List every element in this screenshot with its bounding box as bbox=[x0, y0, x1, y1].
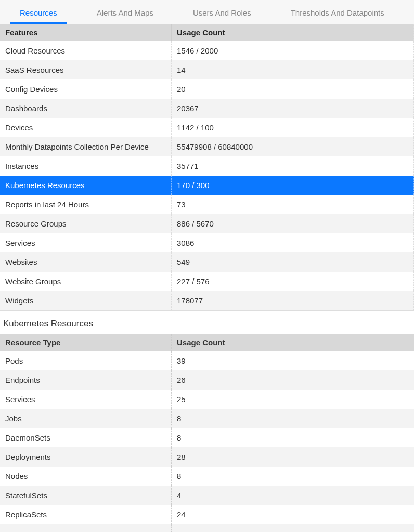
feature-label: Cloud Resources bbox=[5, 46, 65, 55]
usage-value: 39 bbox=[172, 351, 291, 370]
detail-section-title: Kubernetes Resources bbox=[0, 311, 414, 334]
feature-label: Services bbox=[0, 233, 172, 252]
resource-type-label: Endpoints bbox=[0, 370, 172, 390]
features-table-header: Features Usage Count bbox=[0, 24, 414, 41]
usage-value: 178077 bbox=[172, 291, 414, 310]
column-header-resource-type[interactable]: Resource Type bbox=[0, 334, 172, 351]
column-header-empty bbox=[291, 334, 414, 351]
feature-label: SaaS Resources bbox=[5, 65, 64, 74]
detail-row-deployments[interactable]: Deployments 28 bbox=[0, 447, 414, 467]
usage-value: 1546 / 2000 bbox=[172, 41, 414, 60]
resource-type-label: StatefulSets bbox=[0, 486, 172, 505]
row-services[interactable]: Services 3086 bbox=[0, 233, 414, 252]
resource-type-label: Jobs bbox=[0, 409, 172, 428]
column-header-usage[interactable]: Usage Count bbox=[172, 334, 291, 351]
row-dashboards[interactable]: Dashboards 20367 bbox=[0, 99, 414, 118]
feature-label: Reports in last 24 Hours bbox=[0, 195, 172, 214]
resource-type-label: Nodes bbox=[0, 467, 172, 486]
usage-value: 170 / 300 bbox=[172, 176, 414, 195]
detail-row-replicasets[interactable]: ReplicaSets 24 bbox=[0, 505, 414, 524]
usage-value: 26 bbox=[172, 370, 291, 390]
detail-row-statefulsets[interactable]: StatefulSets 4 bbox=[0, 486, 414, 505]
usage-value: 1142 / 100 bbox=[172, 118, 414, 137]
detail-row-empty bbox=[0, 524, 414, 532]
column-header-features[interactable]: Features bbox=[0, 24, 172, 41]
resource-type-label: ReplicaSets bbox=[0, 505, 172, 524]
row-resource-groups[interactable]: Resource Groups 886 / 5670 bbox=[0, 214, 414, 233]
usage-value: 4 bbox=[172, 486, 291, 505]
detail-table: Resource Type Usage Count Pods 39 Endpoi… bbox=[0, 334, 414, 532]
detail-row-pods[interactable]: Pods 39 bbox=[0, 351, 414, 370]
usage-value: 227 / 576 bbox=[172, 272, 414, 291]
detail-row-nodes[interactable]: Nodes 8 bbox=[0, 467, 414, 486]
feature-label: Websites bbox=[0, 252, 172, 272]
usage-value: 73 bbox=[172, 195, 414, 214]
usage-value: 28 bbox=[172, 447, 291, 467]
resource-type-label: Pods bbox=[0, 351, 172, 370]
usage-value: 3086 bbox=[172, 233, 414, 252]
row-reports-24h[interactable]: Reports in last 24 Hours 73 bbox=[0, 195, 414, 214]
detail-row-services[interactable]: Services 25 bbox=[0, 390, 414, 409]
detail-table-header: Resource Type Usage Count bbox=[0, 334, 414, 351]
usage-value: 8 bbox=[172, 428, 291, 447]
detail-row-endpoints[interactable]: Endpoints 26 bbox=[0, 370, 414, 390]
usage-value: 8 bbox=[172, 409, 291, 428]
row-saas-resources[interactable]: SaaS Resources 14 bbox=[0, 60, 414, 79]
row-devices[interactable]: Devices 1142 / 100 bbox=[0, 118, 414, 137]
row-kubernetes-resources[interactable]: Kubernetes Resources 170 / 300 bbox=[0, 176, 414, 195]
resource-type-label: DaemonSets bbox=[0, 428, 172, 447]
feature-label: Devices bbox=[5, 123, 33, 132]
feature-label: Widgets bbox=[0, 291, 172, 310]
feature-label: Dashboards bbox=[0, 99, 172, 118]
tab-bar: Resources Alerts And Maps Users And Role… bbox=[0, 0, 414, 24]
row-websites[interactable]: Websites 549 bbox=[0, 252, 414, 272]
feature-label: Instances bbox=[5, 162, 38, 170]
feature-label: Monthly Datapoints Collection Per Device bbox=[0, 137, 172, 156]
row-website-groups[interactable]: Website Groups 227 / 576 bbox=[0, 272, 414, 291]
usage-value: 20367 bbox=[172, 99, 414, 118]
detail-row-daemonsets[interactable]: DaemonSets 8 bbox=[0, 428, 414, 447]
usage-value: 14 bbox=[172, 60, 414, 79]
row-cloud-resources[interactable]: Cloud Resources 1546 / 2000 bbox=[0, 41, 414, 60]
features-table: Features Usage Count Cloud Resources 154… bbox=[0, 24, 414, 311]
usage-value: 549 bbox=[172, 252, 414, 272]
row-config-devices[interactable]: Config Devices 20 bbox=[0, 79, 414, 99]
feature-label: Kubernetes Resources bbox=[5, 181, 85, 190]
row-monthly-datapoints[interactable]: Monthly Datapoints Collection Per Device… bbox=[0, 137, 414, 156]
tab-alerts-and-maps[interactable]: Alerts And Maps bbox=[87, 5, 163, 24]
tab-resources[interactable]: Resources bbox=[10, 5, 67, 24]
feature-label: Resource Groups bbox=[5, 219, 67, 228]
tab-thresholds-and-datapoints[interactable]: Thresholds And Datapoints bbox=[281, 5, 394, 24]
usage-value: 24 bbox=[172, 505, 291, 524]
usage-value: 35771 bbox=[172, 156, 414, 176]
usage-value: 55479908 / 60840000 bbox=[172, 137, 414, 156]
row-instances[interactable]: Instances 35771 bbox=[0, 156, 414, 176]
feature-label: Config Devices bbox=[0, 79, 172, 99]
resource-type-label: Deployments bbox=[0, 447, 172, 467]
usage-value: 20 bbox=[172, 79, 414, 99]
row-widgets[interactable]: Widgets 178077 bbox=[0, 291, 414, 311]
tab-users-and-roles[interactable]: Users And Roles bbox=[184, 5, 261, 24]
usage-value: 25 bbox=[172, 390, 291, 409]
usage-value: 886 / 5670 bbox=[172, 214, 414, 233]
resource-type-label: Services bbox=[0, 390, 172, 409]
detail-row-jobs[interactable]: Jobs 8 bbox=[0, 409, 414, 428]
feature-label: Website Groups bbox=[0, 272, 172, 291]
usage-value: 8 bbox=[172, 467, 291, 486]
column-header-usage[interactable]: Usage Count bbox=[172, 24, 414, 41]
